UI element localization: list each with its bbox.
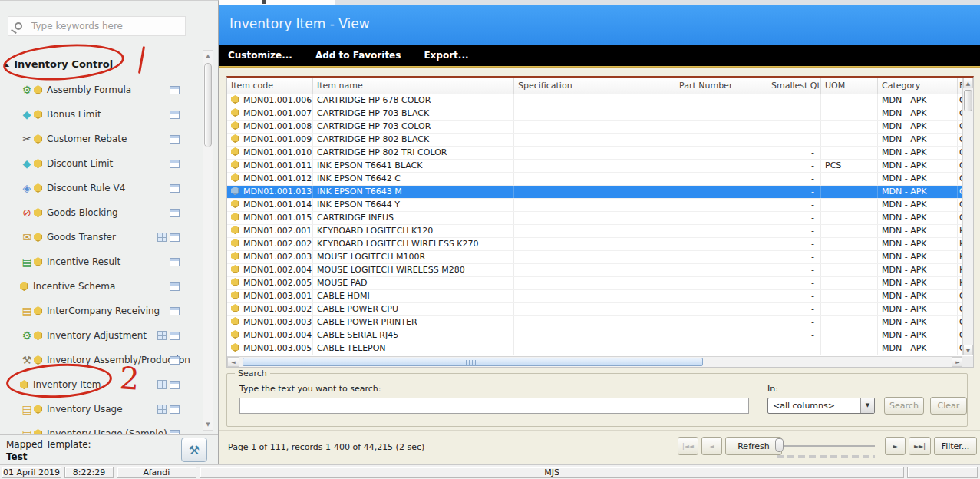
- scroll-down-icon[interactable]: ▼: [963, 345, 973, 355]
- sidebar-item[interactable]: ▤ Inventory Usage: [0, 397, 201, 421]
- table-row[interactable]: MDN01.001.015 CARTRIDGE INFUS - MDN - AP…: [227, 212, 973, 225]
- sidebar-scrollbar[interactable]: ▲ ▼: [203, 50, 213, 431]
- open-window-icon[interactable]: [170, 332, 180, 340]
- table-row[interactable]: MDN01.003.002 CABLE POWER CPU - MDN - AP…: [227, 303, 973, 316]
- scroll-up-icon[interactable]: ▲: [963, 78, 973, 88]
- table-row[interactable]: MDN01.003.005 CABLE TELEPON - MDN - APK …: [227, 342, 973, 355]
- category-cell: MDN - APK: [878, 173, 958, 185]
- open-window-icon[interactable]: [170, 184, 180, 193]
- table-row[interactable]: MDN01.001.006 CARTRIDGE HP 678 COLOR - M…: [227, 94, 973, 107]
- sidebar-item-label: Inventory Item: [33, 379, 101, 390]
- table-row[interactable]: MDN01.001.008 CARTRIDGE HP 703 COLOR - M…: [227, 121, 973, 134]
- customize-button[interactable]: Customize...: [228, 50, 292, 61]
- column-header-uom[interactable]: UOM: [821, 78, 878, 94]
- sidebar-item[interactable]: ⚙ Assembly Formula: [0, 78, 201, 102]
- scroll-left-icon[interactable]: ◄: [227, 357, 239, 367]
- open-window-icon[interactable]: [170, 307, 180, 315]
- category-cell: MDN - APK: [878, 303, 958, 315]
- uom-cell: [821, 238, 878, 250]
- item-code-cell: MDN01.001.009: [227, 134, 313, 146]
- column-header-category[interactable]: Category: [878, 78, 958, 94]
- table-row[interactable]: MDN01.001.014 INK EPSON T6644 Y - MDN - …: [227, 199, 973, 212]
- table-row[interactable]: MDN01.002.001 KEYBOARD LOGITECH K120 - M…: [227, 225, 973, 238]
- open-window-icon[interactable]: [170, 405, 180, 414]
- sidebar-item[interactable]: ▤ InterCompany Receiving: [0, 299, 201, 323]
- sidebar-item[interactable]: ✉ Goods Transfer: [0, 225, 201, 249]
- sidebar-item[interactable]: ▤ Inventory Usage (Sample): [0, 421, 201, 434]
- open-window-icon[interactable]: [170, 135, 180, 144]
- open-window-icon[interactable]: [170, 258, 180, 266]
- slider-track[interactable]: [777, 445, 875, 447]
- scroll-down-icon[interactable]: ▼: [203, 419, 213, 430]
- sidebar-item[interactable]: Incentive Schema: [0, 274, 201, 299]
- table-row[interactable]: MDN01.002.005 MOUSE PAD - MDN - APK K: [227, 277, 973, 290]
- column-header-specification[interactable]: Specification: [514, 78, 675, 94]
- sidebar-item[interactable]: Inventory Item: [0, 372, 201, 397]
- sidebar-item[interactable]: ◈ Discount Rule V4: [0, 176, 201, 200]
- open-window-icon[interactable]: [170, 209, 180, 217]
- table-horizontal-scrollbar[interactable]: ◄ ►: [227, 356, 964, 367]
- search-button[interactable]: Search: [884, 397, 924, 415]
- table-row[interactable]: MDN01.002.004 MOUSE LOGITECH WIRELESS M2…: [227, 264, 973, 277]
- sidebar-item[interactable]: ⚙ Inventory Adjustment: [0, 323, 201, 348]
- hscroll-thumb[interactable]: [243, 358, 703, 366]
- table-row[interactable]: MDN01.002.002 KEYBOARD LOGITECH WIRELESS…: [227, 238, 973, 251]
- column-header-smallest-qty[interactable]: Smallest Qty.: [767, 78, 821, 94]
- table-row[interactable]: MDN01.003.004 CABLE SERIAL RJ45 - MDN - …: [227, 329, 973, 342]
- clear-button[interactable]: Clear: [930, 397, 967, 415]
- sidebar-item[interactable]: ◆ Bonus Limit: [0, 102, 201, 127]
- vscroll-thumb[interactable]: [964, 90, 972, 111]
- search-text-input[interactable]: [239, 398, 749, 414]
- sidebar-item[interactable]: ▤ Incentive Result: [0, 249, 201, 274]
- table-vertical-scrollbar[interactable]: ▲ ▼: [962, 78, 973, 355]
- open-window-icon[interactable]: [170, 282, 180, 291]
- open-window-icon[interactable]: [170, 233, 180, 242]
- table-row[interactable]: MDN01.001.007 CARTRIDGE HP 703 BLACK - M…: [227, 107, 973, 121]
- table-row[interactable]: MDN01.001.013 INK EPSON T6643 M - MDN - …: [227, 186, 973, 199]
- sidebar-item[interactable]: ✂ Customer Rebate: [0, 127, 201, 151]
- sidebar-item[interactable]: ⊘ Goods Blocking: [0, 200, 201, 225]
- sidebar-scrollbar-thumb[interactable]: [204, 63, 212, 147]
- open-window-icon[interactable]: [170, 86, 180, 94]
- grid-view-icon[interactable]: [157, 405, 167, 414]
- table-row[interactable]: MDN01.003.001 CABLE HDMI - MDN - APK C: [227, 290, 973, 303]
- part-number-cell: [675, 225, 767, 237]
- grid-view-icon[interactable]: [157, 233, 167, 242]
- open-window-icon[interactable]: [170, 160, 180, 168]
- page-slider[interactable]: [775, 437, 876, 458]
- refresh-button[interactable]: Refresh: [725, 437, 782, 455]
- scroll-up-icon[interactable]: ▲: [203, 51, 213, 61]
- table-row[interactable]: MDN01.001.010 CARTRIDGE HP 802 TRI COLOR…: [227, 147, 973, 160]
- sidebar-group-inventory-control[interactable]: ◣ Inventory Control: [5, 56, 113, 71]
- columns-dropdown[interactable]: <all columns> ▼: [767, 398, 875, 414]
- add-to-favorites-button[interactable]: Add to Favorites: [315, 50, 401, 61]
- last-page-button[interactable]: ►►|: [909, 437, 931, 455]
- column-header-item-name[interactable]: Item name: [313, 78, 514, 94]
- open-window-icon[interactable]: [170, 111, 180, 119]
- export-button[interactable]: Export...: [424, 50, 468, 61]
- grid-view-icon[interactable]: [157, 380, 167, 389]
- sidebar-item[interactable]: ⚒ Inventory Assembly/Production: [0, 348, 201, 372]
- table-row[interactable]: MDN01.001.012 INK EPSON T6642 C - MDN - …: [227, 173, 973, 186]
- table-row[interactable]: MDN01.003.003 CABLE POWER PRINTER - MDN …: [227, 316, 973, 329]
- column-header-part-number[interactable]: Part Number: [675, 78, 767, 94]
- open-window-icon[interactable]: [170, 381, 180, 389]
- dropdown-arrow-icon[interactable]: ▼: [860, 398, 874, 413]
- table-row[interactable]: MDN01.001.011 INK EPSON T6641 BLACK - PC…: [227, 160, 973, 173]
- filter-button[interactable]: Filter...: [934, 437, 977, 455]
- item-code-cell: MDN01.003.002: [227, 303, 313, 315]
- table-row[interactable]: MDN01.002.003 MOUSE LOGITECH M100R - MDN…: [227, 251, 973, 264]
- table-row[interactable]: MDN01.001.009 CARTRIDGE HP 802 BLACK - M…: [227, 134, 973, 147]
- column-header-item-code[interactable]: Item code: [227, 78, 313, 94]
- open-window-icon[interactable]: [170, 356, 180, 365]
- sidebar-search-input[interactable]: Type keywords here: [8, 16, 186, 36]
- template-tools-button[interactable]: ⚒: [181, 438, 207, 462]
- part-number-cell: [675, 173, 767, 185]
- first-page-button[interactable]: |◄◄: [678, 437, 698, 455]
- slider-thumb[interactable]: [775, 438, 784, 452]
- item-name-cell: KEYBOARD LOGITECH WIRELESS K270: [313, 238, 514, 250]
- sidebar-item[interactable]: ◆ Discount Limit: [0, 151, 201, 176]
- previous-page-button[interactable]: ◄: [701, 437, 722, 455]
- next-page-button[interactable]: ►: [885, 437, 906, 455]
- grid-view-icon[interactable]: [157, 331, 167, 340]
